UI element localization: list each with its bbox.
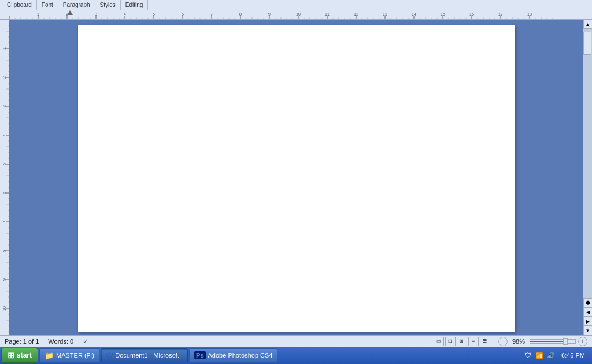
tray-volume-icon: 🔊	[546, 351, 556, 360]
svg-text:15: 15	[441, 12, 445, 16]
svg-text:16: 16	[469, 12, 474, 16]
status-right: ▭ ⊟ ⊞ ≡ ☰ − 98% +	[434, 337, 587, 346]
svg-text:1: 1	[2, 47, 6, 50]
svg-text:9: 9	[2, 278, 6, 281]
word-count: Words: 0	[48, 338, 73, 345]
svg-text:18: 18	[527, 12, 532, 16]
taskbar: ⊞ start 📁 MASTER (F:) W Document1 - Micr…	[0, 347, 592, 364]
zoom-slider[interactable]	[530, 339, 576, 344]
scroll-up-button[interactable]: ▲	[583, 20, 593, 29]
svg-text:5: 5	[153, 12, 155, 16]
clipboard-label: Clipboard	[7, 2, 32, 8]
ruler-row: 123456789101112131415161718	[0, 10, 592, 20]
svg-text:7: 7	[210, 12, 213, 16]
outline-view-button[interactable]: ≡	[468, 337, 479, 346]
zoom-in-button[interactable]: +	[578, 337, 587, 346]
taskbar-master-label: MASTER (F:)	[56, 352, 94, 359]
document-page[interactable]	[78, 25, 515, 332]
font-label: Font	[42, 2, 53, 8]
page-number: Page: 1 of 1	[5, 338, 39, 345]
svg-text:5: 5	[2, 163, 6, 165]
zoom-level: 98%	[510, 338, 527, 345]
word-icon: W	[106, 351, 113, 360]
svg-text:10: 10	[296, 12, 301, 16]
svg-rect-115	[0, 20, 9, 335]
editing-group: Editing	[121, 0, 149, 10]
svg-text:14: 14	[412, 12, 416, 16]
zoom-out-button[interactable]: −	[498, 337, 508, 346]
svg-text:3: 3	[95, 12, 97, 16]
styles-group: Styles	[95, 0, 121, 10]
svg-text:4: 4	[124, 12, 126, 16]
taskbar-item-photoshop[interactable]: Ps Adobe Photoshop CS4	[189, 348, 278, 362]
prev-page-button[interactable]: ◀	[583, 307, 593, 317]
font-group: Font	[37, 0, 58, 10]
start-button[interactable]: ⊞ start	[1, 348, 38, 363]
ruler-corner	[0, 10, 9, 20]
status-bar: Page: 1 of 1 Words: 0 ✓ ▭ ⊟ ⊞ ≡ ☰ − 98% …	[0, 335, 592, 347]
horizontal-ruler: 123456789101112131415161718	[9, 10, 592, 20]
svg-text:8: 8	[2, 250, 6, 252]
scroll-down-button[interactable]: ▼	[583, 326, 593, 335]
taskbar-right: 🛡 📶 🔊 6:46 PM	[523, 351, 591, 360]
ps-icon: Ps	[194, 351, 205, 359]
scroll-thumb[interactable]	[583, 32, 591, 55]
svg-text:6: 6	[182, 12, 184, 16]
start-label: start	[17, 351, 32, 359]
system-clock: 6:46 PM	[558, 352, 589, 359]
editing-label: Editing	[125, 2, 143, 8]
svg-text:6: 6	[2, 192, 6, 194]
taskbar-word-label: Document1 - Microsof...	[115, 352, 183, 359]
svg-text:7: 7	[2, 221, 6, 223]
taskbar-item-master[interactable]: 📁 MASTER (F:)	[39, 348, 99, 362]
scroll-track[interactable]	[583, 29, 592, 298]
svg-text:9: 9	[268, 12, 271, 16]
document-area	[9, 20, 583, 335]
taskbar-photoshop-label: Adobe Photoshop CS4	[208, 352, 273, 359]
next-page-button[interactable]: ▶	[583, 317, 593, 326]
styles-label: Styles	[100, 2, 116, 8]
tray-network-icon: 📶	[535, 351, 544, 360]
svg-text:1: 1	[37, 12, 39, 16]
toolbar-area: Clipboard Font Paragraph Styles Editing	[0, 0, 592, 10]
svg-text:8: 8	[239, 12, 242, 16]
taskbar-item-word[interactable]: W Document1 - Microsof...	[101, 348, 188, 362]
full-screen-button[interactable]: ⊟	[445, 337, 456, 346]
paragraph-group: Paragraph	[58, 0, 95, 10]
svg-text:10: 10	[2, 306, 6, 311]
view-buttons: ▭ ⊟ ⊞ ≡ ☰	[434, 337, 490, 346]
svg-text:17: 17	[498, 12, 503, 16]
paragraph-label: Paragraph	[63, 2, 90, 8]
svg-text:3: 3	[2, 105, 6, 107]
scroll-bottom-controls: ⬤ ◀ ▶ ▼	[583, 298, 593, 335]
page-info: Page: 1 of 1	[5, 338, 39, 345]
zoom-handle[interactable]	[563, 338, 568, 345]
print-layout-button[interactable]: ▭	[434, 337, 444, 346]
select-browse-button[interactable]: ⬤	[583, 298, 593, 307]
vertical-ruler: 12345678910	[0, 20, 9, 335]
checkmark-icon: ✓	[83, 337, 88, 346]
clipboard-group: Clipboard	[2, 0, 37, 10]
words-label: Words: 0	[48, 338, 73, 345]
tray-security-icon: 🛡	[523, 351, 532, 360]
content-row: 12345678910 ▲ ⬤ ◀ ▶ ▼	[0, 20, 592, 335]
draft-view-button[interactable]: ☰	[480, 337, 490, 346]
svg-text:12: 12	[354, 12, 358, 16]
web-layout-button[interactable]: ⊞	[457, 337, 467, 346]
svg-text:4: 4	[2, 134, 6, 136]
proofing-status: ✓	[83, 337, 88, 346]
svg-text:2: 2	[2, 76, 6, 79]
vertical-scrollbar[interactable]: ▲ ⬤ ◀ ▶ ▼	[583, 20, 592, 335]
svg-text:13: 13	[383, 12, 387, 16]
windows-icon: ⊞	[8, 351, 14, 360]
svg-text:11: 11	[325, 12, 330, 16]
folder-icon: 📁	[45, 351, 54, 360]
